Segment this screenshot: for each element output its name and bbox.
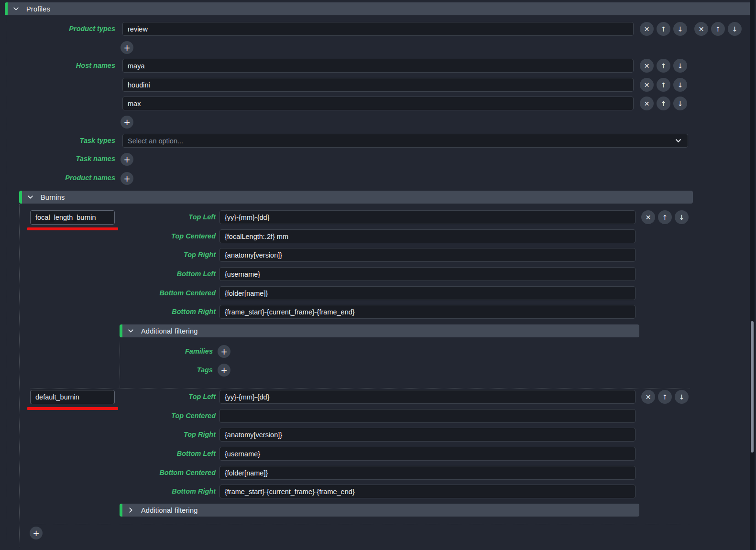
add-product-type-button[interactable]: + — [121, 41, 133, 54]
product-types-input[interactable] — [122, 22, 634, 36]
burnin-name-input[interactable] — [30, 390, 115, 404]
additional-filtering-header[interactable]: Additional filtering — [120, 504, 639, 517]
arrow-up-icon: ↑ — [661, 63, 667, 69]
arrow-down-icon: ↓ — [679, 214, 685, 221]
tags-label: Tags — [0, 364, 213, 376]
task-names-label: Task names — [0, 152, 115, 165]
burnin-top-left-input[interactable] — [219, 390, 635, 404]
scrollbar-thumb[interactable] — [751, 321, 754, 453]
profiles-guide-line — [6, 15, 6, 547]
host-name-input[interactable] — [122, 97, 634, 110]
additional-filtering-header[interactable]: Additional filtering — [120, 324, 639, 337]
move-profile-down-button[interactable]: ↓ — [728, 22, 742, 36]
scrollbar-track[interactable] — [750, 0, 755, 550]
add-product-name-button[interactable]: + — [121, 172, 133, 185]
burnin-top-right-input[interactable] — [219, 248, 635, 262]
move-item-down-button[interactable]: ↓ — [673, 78, 687, 92]
x-icon: ✕ — [644, 82, 650, 88]
add-tag-button[interactable]: + — [218, 364, 230, 377]
plus-icon: + — [123, 43, 130, 53]
move-burnin-down-button[interactable]: ↓ — [675, 390, 689, 404]
add-burnin-button[interactable]: + — [30, 527, 43, 539]
arrow-up-icon: ↑ — [662, 394, 668, 400]
burnins-bottom-separator — [31, 524, 690, 524]
arrow-down-icon: ↓ — [678, 63, 683, 69]
burnins-section-title: Burnins — [41, 194, 65, 201]
remove-profile-button[interactable]: ✕ — [694, 22, 708, 36]
chevron-down-icon — [13, 6, 19, 12]
host-name-input[interactable] — [122, 59, 634, 73]
families-label: Families — [0, 345, 213, 357]
x-icon: ✕ — [646, 394, 651, 400]
burnin-bottom-right-input[interactable] — [219, 485, 635, 498]
move-item-down-button[interactable]: ↓ — [673, 97, 687, 110]
x-icon: ✕ — [646, 214, 651, 221]
burnin-bottom-left-input[interactable] — [219, 267, 635, 281]
add-task-name-button[interactable]: + — [121, 153, 133, 166]
move-item-down-button[interactable]: ↓ — [673, 59, 687, 73]
move-burnin-up-button[interactable]: ↑ — [658, 390, 672, 404]
arrow-down-icon: ↓ — [679, 394, 685, 400]
add-host-name-button[interactable]: + — [121, 116, 133, 129]
burnin-field-label: Bottom Right — [0, 305, 216, 319]
profiles-section-title: Profiles — [26, 5, 50, 13]
remove-item-button[interactable]: ✕ — [640, 97, 654, 110]
remove-item-button[interactable]: ✕ — [640, 59, 654, 73]
profiles-section-header[interactable]: Profiles — [5, 2, 752, 15]
move-item-up-button[interactable]: ↑ — [657, 22, 670, 36]
chevron-down-icon — [675, 137, 682, 144]
plus-icon: + — [33, 528, 39, 538]
burnins-guide-line — [19, 204, 20, 547]
remove-item-button[interactable]: ✕ — [640, 78, 654, 92]
arrow-up-icon: ↑ — [661, 82, 667, 88]
red-underline-annotation — [27, 227, 118, 230]
additional-filtering-title: Additional filtering — [141, 327, 197, 335]
remove-burnin-button[interactable]: ✕ — [641, 390, 655, 404]
burnin-top-centered-input[interactable] — [219, 229, 635, 243]
burnin-field-label: Bottom Centered — [0, 466, 216, 480]
move-item-up-button[interactable]: ↑ — [657, 78, 670, 92]
arrow-up-icon: ↑ — [715, 26, 721, 32]
host-name-item-actions: ✕ ↑ ↓ — [640, 59, 687, 73]
burnin-field-label: Top Right — [0, 248, 216, 262]
burnin-top-right-input[interactable] — [219, 428, 635, 442]
host-names-label: Host names — [0, 59, 115, 73]
burnin-top-centered-input[interactable] — [219, 409, 635, 423]
x-icon: ✕ — [699, 26, 704, 32]
remove-burnin-button[interactable]: ✕ — [641, 210, 655, 224]
arrow-down-icon: ↓ — [678, 100, 683, 107]
host-name-input[interactable] — [122, 78, 634, 92]
red-underline-annotation — [27, 407, 118, 410]
task-types-select-placeholder: Select an option... — [128, 137, 183, 145]
burnin-top-left-input[interactable] — [219, 210, 635, 224]
burnin-item-actions: ✕ ↑ ↓ — [641, 390, 689, 404]
x-icon: ✕ — [644, 63, 650, 69]
x-icon: ✕ — [644, 100, 650, 107]
add-family-button[interactable]: + — [218, 345, 230, 358]
plus-icon: + — [123, 174, 130, 183]
product-types-item-actions: ✕ ↑ ↓ — [640, 22, 687, 36]
move-profile-up-button[interactable]: ↑ — [711, 22, 725, 36]
burnins-section-header[interactable]: Burnins — [19, 191, 693, 204]
move-item-down-button[interactable]: ↓ — [673, 22, 687, 36]
move-item-up-button[interactable]: ↑ — [657, 59, 670, 73]
product-types-label: Product types — [0, 22, 115, 36]
move-burnin-up-button[interactable]: ↑ — [658, 210, 672, 224]
burnin-bottom-left-input[interactable] — [219, 447, 635, 461]
move-burnin-down-button[interactable]: ↓ — [675, 210, 689, 224]
burnin-bottom-centered-input[interactable] — [219, 466, 635, 480]
product-names-label: Product names — [0, 172, 115, 184]
x-icon: ✕ — [644, 26, 650, 32]
chevron-down-icon — [27, 194, 33, 200]
chevron-right-icon — [128, 507, 134, 513]
burnin-field-label: Top Right — [0, 428, 216, 442]
burnin-field-label: Bottom Centered — [0, 286, 216, 300]
arrow-down-icon: ↓ — [678, 26, 683, 32]
remove-item-button[interactable]: ✕ — [640, 22, 654, 36]
task-types-select[interactable]: Select an option... — [122, 134, 688, 148]
plus-icon: + — [220, 366, 227, 375]
burnin-name-input[interactable] — [30, 210, 115, 225]
burnin-bottom-centered-input[interactable] — [219, 286, 635, 300]
move-item-up-button[interactable]: ↑ — [657, 97, 670, 110]
burnin-bottom-right-input[interactable] — [219, 305, 635, 319]
